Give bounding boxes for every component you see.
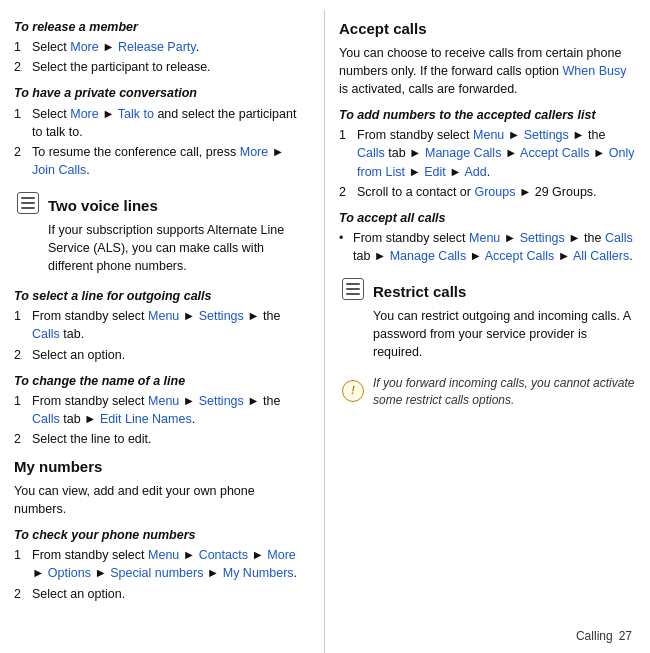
section-release-member: To release a member 1 Select More ► Rele…: [14, 18, 310, 76]
body-restrict-calls: You can restrict outgoing and incoming c…: [373, 307, 636, 361]
left-column: To release a member 1 Select More ► Rele…: [0, 10, 325, 653]
steps-release-member: 1 Select More ► Release Party. 2 Select …: [14, 38, 310, 76]
two-lines-icon: [17, 192, 39, 214]
warn-icon-box: !: [339, 377, 367, 405]
steps-check-phone-numbers: 1 From standby select Menu ► Contacts ► …: [14, 546, 310, 602]
section-check-phone-numbers: To check your phone numbers 1 From stand…: [14, 526, 310, 603]
steps-change-line-name: 1 From standby select Menu ► Settings ► …: [14, 392, 310, 448]
body-my-numbers: You can view, add and edit your own phon…: [14, 482, 310, 518]
heading-release-member: To release a member: [14, 18, 310, 36]
step-2: 2 To resume the conference call, press M…: [14, 143, 310, 179]
title-my-numbers: My numbers: [14, 456, 310, 478]
section-add-numbers: To add numbers to the accepted callers l…: [339, 106, 636, 201]
footer: Calling 27: [576, 628, 632, 645]
bullet-accept-all: • From standby select Menu ► Settings ► …: [339, 229, 636, 265]
section-two-voice-lines: Two voice lines If your subscription sup…: [14, 187, 310, 279]
heading-select-line: To select a line for outgoing calls: [14, 287, 310, 305]
section-select-line: To select a line for outgoing calls 1 Fr…: [14, 287, 310, 364]
step-1: 1 From standby select Menu ► Settings ► …: [14, 307, 310, 343]
step-1: 1 From standby select Menu ► Settings ► …: [14, 392, 310, 428]
right-column: Accept calls You can choose to receive c…: [325, 10, 650, 653]
page: To release a member 1 Select More ► Rele…: [0, 0, 650, 653]
heading-add-numbers: To add numbers to the accepted callers l…: [339, 106, 636, 124]
section-change-line-name: To change the name of a line 1 From stan…: [14, 372, 310, 449]
restrict-calls-icon: [342, 278, 364, 300]
step-1: 1 Select More ► Talk to and select the p…: [14, 105, 310, 141]
restrict-calls-icon-box: [339, 275, 367, 303]
section-accept-all-calls: To accept all calls • From standby selec…: [339, 209, 636, 265]
step-2: 2 Select the line to edit.: [14, 430, 310, 448]
title-accept-calls: Accept calls: [339, 18, 636, 40]
heading-change-line-name: To change the name of a line: [14, 372, 310, 390]
step-2: 2 Select an option.: [14, 346, 310, 364]
heading-check-phone-numbers: To check your phone numbers: [14, 526, 310, 544]
two-lines-icon-box: [14, 189, 42, 217]
steps-select-line: 1 From standby select Menu ► Settings ► …: [14, 307, 310, 363]
section-accept-calls: Accept calls You can choose to receive c…: [339, 18, 636, 98]
steps-private-conversation: 1 Select More ► Talk to and select the p…: [14, 105, 310, 180]
footer-label: Calling: [576, 628, 613, 645]
page-number: 27: [619, 628, 632, 645]
warn-note-text: If you forward incoming calls, you canno…: [373, 375, 636, 409]
body-two-voice-lines: If your subscription supports Alternate …: [48, 221, 310, 275]
body-accept-calls: You can choose to receive calls from cer…: [339, 44, 636, 98]
step-2: 2 Scroll to a contact or Groups ► 29 Gro…: [339, 183, 636, 201]
step-1: 1 From standby select Menu ► Settings ► …: [339, 126, 636, 180]
section-warn-note: ! If you forward incoming calls, you can…: [339, 375, 636, 409]
section-private-conversation: To have a private conversation 1 Select …: [14, 84, 310, 179]
step-1: 1 From standby select Menu ► Contacts ► …: [14, 546, 310, 582]
warn-icon: !: [342, 380, 364, 402]
title-restrict-calls: Restrict calls: [373, 281, 636, 303]
heading-accept-all-calls: To accept all calls: [339, 209, 636, 227]
section-restrict-calls: Restrict calls You can restrict outgoing…: [339, 273, 636, 365]
steps-add-numbers: 1 From standby select Menu ► Settings ► …: [339, 126, 636, 201]
title-two-voice-lines: Two voice lines: [48, 195, 310, 217]
step-1: 1 Select More ► Release Party.: [14, 38, 310, 56]
section-my-numbers: My numbers You can view, add and edit yo…: [14, 456, 310, 518]
step-2: 2 Select an option.: [14, 585, 310, 603]
heading-private-conversation: To have a private conversation: [14, 84, 310, 102]
step-2: 2 Select the participant to release.: [14, 58, 310, 76]
